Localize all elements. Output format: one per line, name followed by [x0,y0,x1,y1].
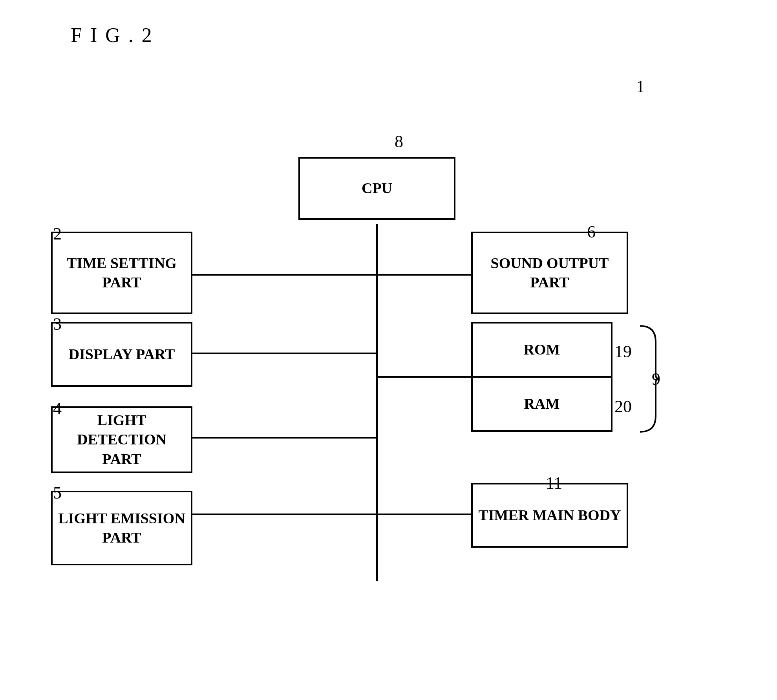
ref-2: 2 [53,224,62,244]
ram-block: RAM [471,377,612,432]
cpu-block: CPU [298,157,455,220]
light-emission-block: LIGHT EMISSION PART [51,491,192,565]
ref-8: 8 [395,132,403,152]
sound-output-block: SOUND OUTPUT PART [471,232,628,314]
ref-19: 19 [614,342,632,362]
ref-20: 20 [614,397,632,417]
display-block: DISPLAY PART [51,322,192,387]
ref-4: 4 [53,398,62,419]
rom-block: ROM [471,322,612,377]
ref-6: 6 [587,222,596,242]
ref-11: 11 [546,473,562,493]
brace-svg [636,322,660,436]
time-setting-block: TIME SETTING PART [51,232,192,314]
ref-5: 5 [53,483,62,503]
light-detection-block: LIGHT DETECTION PART [51,406,192,473]
ref-3: 3 [53,314,62,334]
